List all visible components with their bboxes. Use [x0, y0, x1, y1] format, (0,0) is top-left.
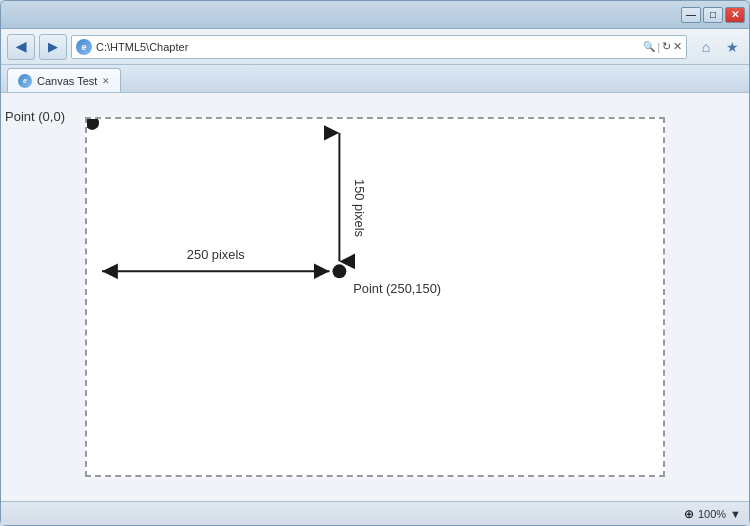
search-icon[interactable]: 🔍	[643, 41, 655, 52]
origin-dot	[87, 119, 99, 130]
home-button[interactable]: ⌂	[695, 36, 717, 58]
tab-label: Canvas Test	[37, 75, 97, 87]
zoom-level: 100%	[698, 508, 726, 520]
window-controls: — □ ✕	[681, 7, 745, 23]
title-bar: — □ ✕	[1, 1, 749, 29]
height-label: 150 pixels	[352, 179, 367, 237]
ie-favicon: e	[76, 39, 92, 55]
point-end-label: Point (250,150)	[353, 281, 441, 296]
canvas-visual: 150 pixels 250 pixels Point (250,150)	[85, 117, 665, 477]
stop-button[interactable]: ✕	[673, 40, 682, 53]
address-actions: 🔍 | ↻ ✕	[643, 40, 682, 53]
tab-favicon: e	[18, 74, 32, 88]
address-bar[interactable]: e C:\HTML5\Chapter 🔍 | ↻ ✕	[71, 35, 687, 59]
nav-right-buttons: ⌂ ★	[695, 36, 743, 58]
refresh-button[interactable]: ↻	[662, 40, 671, 53]
maximize-button[interactable]: □	[703, 7, 723, 23]
zoom-dropdown[interactable]: ▼	[730, 508, 741, 520]
status-bar: ⊕ 100% ▼	[1, 501, 749, 525]
address-text: C:\HTML5\Chapter	[96, 41, 639, 53]
canvas-diagram: 150 pixels 250 pixels Point (250,150)	[87, 119, 663, 475]
content-area: Point (0,0)	[1, 93, 749, 501]
forward-button[interactable]: ▶	[39, 34, 67, 60]
canvas-wrapper: Point (0,0)	[85, 117, 665, 477]
endpoint-dot	[332, 264, 346, 278]
point-origin-label: Point (0,0)	[5, 109, 65, 124]
zoom-icon: ⊕	[684, 507, 694, 521]
width-label: 250 pixels	[187, 247, 245, 262]
tab-canvas-test[interactable]: e Canvas Test ✕	[7, 68, 121, 92]
favorites-button[interactable]: ★	[721, 36, 743, 58]
tab-close-button[interactable]: ✕	[102, 76, 110, 86]
tabs-row: e Canvas Test ✕	[1, 65, 749, 93]
divider: |	[657, 41, 660, 53]
minimize-button[interactable]: —	[681, 7, 701, 23]
browser-window: — □ ✕ ◀ ▶ e C:\HTML5\Chapter 🔍 | ↻ ✕ ⌂ ★…	[0, 0, 750, 526]
nav-bar: ◀ ▶ e C:\HTML5\Chapter 🔍 | ↻ ✕ ⌂ ★	[1, 29, 749, 65]
close-button[interactable]: ✕	[725, 7, 745, 23]
back-button[interactable]: ◀	[7, 34, 35, 60]
